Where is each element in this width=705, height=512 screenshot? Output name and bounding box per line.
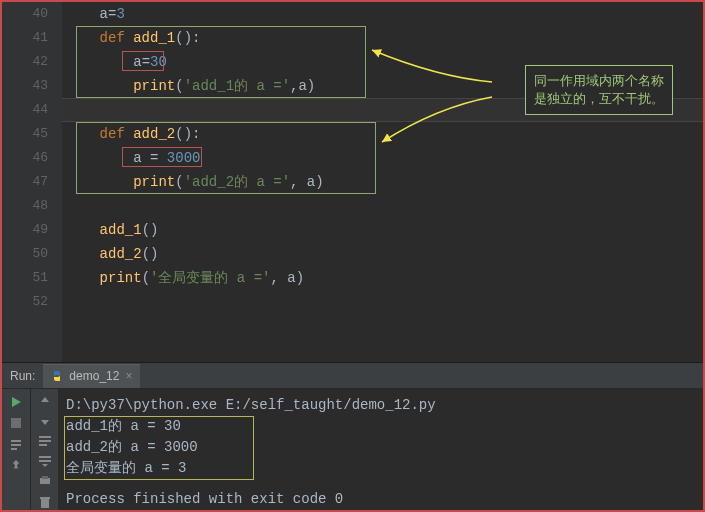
code-line[interactable]: a=3 — [66, 2, 703, 26]
run-label: Run: — [2, 369, 43, 383]
code-line[interactable]: def add_1(): — [66, 26, 703, 50]
code-line[interactable]: print('add_2的 a =', a) — [66, 170, 703, 194]
svg-rect-6 — [39, 444, 47, 446]
pin-icon[interactable] — [10, 459, 22, 473]
close-icon[interactable]: × — [125, 369, 132, 383]
console-line: add_1的 a = 30 — [66, 416, 695, 437]
annotation-line1: 同一作用域内两个名称 — [534, 72, 664, 90]
svg-rect-11 — [41, 499, 49, 508]
svg-rect-7 — [39, 456, 51, 458]
console-cmd: D:\py37\python.exe E:/self_taught/demo_1… — [66, 395, 695, 416]
down-arrow-icon[interactable] — [39, 415, 51, 427]
code-line[interactable]: print('全局变量的 a =', a) — [66, 266, 703, 290]
run-icon[interactable] — [9, 395, 23, 409]
code-line[interactable]: add_1() — [66, 218, 703, 242]
line-number-gutter: 40414243444546474849505152 — [2, 2, 62, 362]
svg-rect-8 — [39, 460, 51, 462]
run-tab[interactable]: demo_12 × — [43, 364, 140, 388]
console-exit: Process finished with exit code 0 — [66, 489, 695, 510]
code-line[interactable]: add_2() — [66, 242, 703, 266]
step-icon[interactable] — [9, 437, 23, 451]
svg-rect-0 — [11, 418, 21, 428]
line-number: 51 — [2, 266, 48, 290]
run-toolbar-left — [2, 389, 30, 512]
code-line[interactable]: a = 3000 — [66, 146, 703, 170]
svg-rect-2 — [11, 444, 21, 446]
up-arrow-icon[interactable] — [39, 395, 51, 407]
code-area[interactable]: a=3 def add_1(): a=30 print('add_1的 a ='… — [62, 2, 703, 362]
svg-rect-3 — [11, 448, 17, 450]
annotation-box: 同一作用域内两个名称 是独立的，互不干扰。 — [525, 65, 673, 115]
line-number: 50 — [2, 242, 48, 266]
code-editor[interactable]: 40414243444546474849505152 a=3 def add_1… — [2, 2, 703, 362]
console-line: 全局变量的 a = 3 — [66, 458, 695, 479]
line-number: 42 — [2, 50, 48, 74]
console-line: add_2的 a = 3000 — [66, 437, 695, 458]
annotation-line2: 是独立的，互不干扰。 — [534, 90, 664, 108]
print-icon[interactable] — [38, 475, 52, 487]
svg-rect-12 — [40, 497, 50, 499]
line-number: 48 — [2, 194, 48, 218]
stop-icon[interactable] — [10, 417, 22, 429]
svg-rect-4 — [39, 436, 51, 438]
scroll-to-end-icon[interactable] — [38, 455, 52, 467]
console-output[interactable]: D:\py37\python.exe E:/self_taught/demo_1… — [58, 389, 703, 512]
code-line[interactable]: def add_2(): — [66, 122, 703, 146]
line-number: 40 — [2, 2, 48, 26]
line-number: 43 — [2, 74, 48, 98]
run-tab-label: demo_12 — [69, 369, 119, 383]
line-number: 46 — [2, 146, 48, 170]
line-number: 41 — [2, 26, 48, 50]
run-tab-bar: Run: demo_12 × — [2, 363, 703, 389]
trash-icon[interactable] — [39, 495, 51, 509]
line-number: 47 — [2, 170, 48, 194]
run-toolbar-right — [30, 389, 58, 512]
line-number: 45 — [2, 122, 48, 146]
svg-rect-1 — [11, 440, 21, 442]
code-line[interactable] — [66, 194, 703, 218]
line-number: 52 — [2, 290, 48, 314]
python-file-icon — [51, 370, 63, 382]
line-number: 49 — [2, 218, 48, 242]
soft-wrap-icon[interactable] — [38, 435, 52, 447]
run-tool-window: Run: demo_12 × D:\py37\python.exe E:/sel… — [2, 362, 703, 512]
code-line[interactable] — [66, 290, 703, 314]
line-number: 44 — [2, 98, 48, 122]
svg-rect-10 — [42, 476, 48, 479]
svg-rect-5 — [39, 440, 51, 442]
